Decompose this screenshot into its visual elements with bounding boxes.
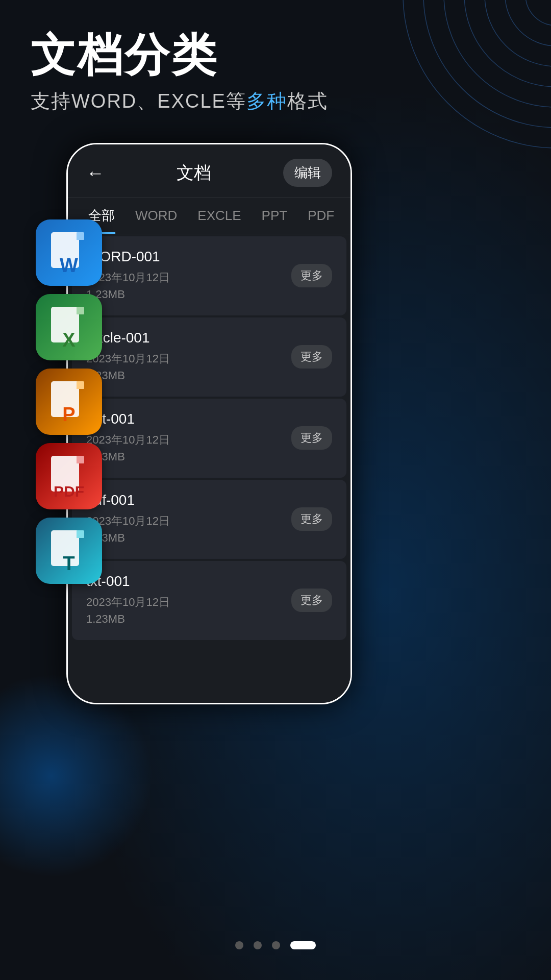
- file-name-ppt: ppt-001: [86, 411, 291, 427]
- ppt-icon[interactable]: P: [36, 369, 102, 435]
- file-info-txt: txt-001 2023年10月12日1.23MB: [86, 573, 291, 627]
- file-date-txt: 2023年10月12日1.23MB: [86, 594, 291, 627]
- page-subtitle: 支持WORD、EXCLE等多种格式: [31, 88, 328, 114]
- dot-1[interactable]: [235, 941, 243, 949]
- dot-3[interactable]: [272, 941, 280, 949]
- more-btn-word[interactable]: 更多: [291, 264, 332, 287]
- tab-txt[interactable]: TXT: [344, 199, 350, 233]
- tabs-bar: 全部 WORD EXCLE PPT PDF TXT: [68, 198, 350, 234]
- circles-decoration: [378, 0, 551, 174]
- tab-word[interactable]: WORD: [125, 199, 187, 233]
- svg-point-6: [403, 0, 551, 148]
- file-date-excle: 2023年10月12日1.23MB: [86, 350, 291, 384]
- phone-top-bar: ← 文档 编辑: [68, 144, 350, 198]
- txt-icon[interactable]: T: [36, 518, 102, 584]
- glow-decoration: [0, 674, 153, 878]
- file-info-excle: Excle-001 2023年10月12日1.23MB: [86, 330, 291, 384]
- file-item-excle[interactable]: Excle-001 2023年10月12日1.23MB 更多: [72, 317, 346, 397]
- file-item-txt[interactable]: txt-001 2023年10月12日1.23MB 更多: [72, 561, 346, 640]
- svg-point-3: [464, 0, 551, 87]
- svg-point-4: [444, 0, 551, 107]
- icons-panel: W X P PDF T: [36, 219, 102, 584]
- header-section: 文档分类 支持WORD、EXCLE等多种格式: [31, 31, 328, 114]
- subtitle-prefix: 支持WORD、EXCLE等: [31, 90, 246, 112]
- subtitle-suffix: 格式: [287, 90, 328, 112]
- ppt-letter: P: [62, 404, 75, 426]
- file-item-word[interactable]: WORD-001 2023年10月12日1.23MB 更多: [72, 236, 346, 315]
- file-date-ppt: 2023年10月12日1.23MB: [86, 431, 291, 465]
- excel-letter: X: [62, 329, 75, 351]
- file-date-word: 2023年10月12日1.23MB: [86, 269, 291, 303]
- svg-point-0: [525, 0, 551, 26]
- more-btn-ppt[interactable]: 更多: [291, 426, 332, 450]
- page-title: 文档分类: [31, 31, 328, 80]
- screen-title: 文档: [177, 161, 211, 185]
- file-name-excle: Excle-001: [86, 330, 291, 346]
- more-btn-pdf[interactable]: 更多: [291, 507, 332, 531]
- excel-icon[interactable]: X: [36, 294, 102, 360]
- svg-rect-14: [77, 456, 84, 463]
- file-info-pdf: pdf-001 2023年10月12日1.23MB: [86, 492, 291, 546]
- file-date-pdf: 2023年10月12日1.23MB: [86, 512, 291, 546]
- svg-rect-12: [77, 381, 84, 389]
- dot-4-active[interactable]: [290, 941, 316, 949]
- word-letter: W: [60, 255, 78, 277]
- more-btn-excle[interactable]: 更多: [291, 345, 332, 369]
- svg-point-2: [485, 0, 551, 66]
- subtitle-highlight: 多种: [246, 90, 287, 112]
- file-name-pdf: pdf-001: [86, 492, 291, 508]
- tab-excle[interactable]: EXCLE: [187, 199, 251, 233]
- file-name-word: WORD-001: [86, 249, 291, 265]
- dot-2[interactable]: [254, 941, 262, 949]
- file-info-word: WORD-001 2023年10月12日1.23MB: [86, 249, 291, 303]
- word-icon[interactable]: W: [36, 219, 102, 286]
- file-list: WORD-001 2023年10月12日1.23MB 更多 Excle-001 …: [68, 234, 350, 704]
- file-info-ppt: ppt-001 2023年10月12日1.23MB: [86, 411, 291, 465]
- file-item-pdf[interactable]: pdf-001 2023年10月12日1.23MB 更多: [72, 480, 346, 559]
- svg-rect-16: [77, 530, 84, 538]
- pagination: [0, 941, 551, 949]
- svg-rect-8: [77, 232, 84, 240]
- file-name-txt: txt-001: [86, 573, 291, 590]
- edit-button[interactable]: 编辑: [283, 159, 332, 187]
- tab-ppt[interactable]: PPT: [252, 199, 298, 233]
- file-item-ppt[interactable]: ppt-001 2023年10月12日1.23MB 更多: [72, 399, 346, 478]
- tab-pdf[interactable]: PDF: [297, 199, 344, 233]
- pdf-letter: PDF: [54, 483, 84, 500]
- more-btn-txt[interactable]: 更多: [291, 589, 332, 612]
- svg-point-5: [423, 0, 551, 128]
- phone-mockup: ← 文档 编辑 全部 WORD EXCLE PPT PDF TXT WORD-0…: [66, 143, 352, 704]
- back-button[interactable]: ←: [86, 162, 105, 184]
- svg-rect-10: [77, 307, 84, 314]
- txt-letter: T: [63, 553, 74, 575]
- pdf-icon[interactable]: PDF: [36, 443, 102, 509]
